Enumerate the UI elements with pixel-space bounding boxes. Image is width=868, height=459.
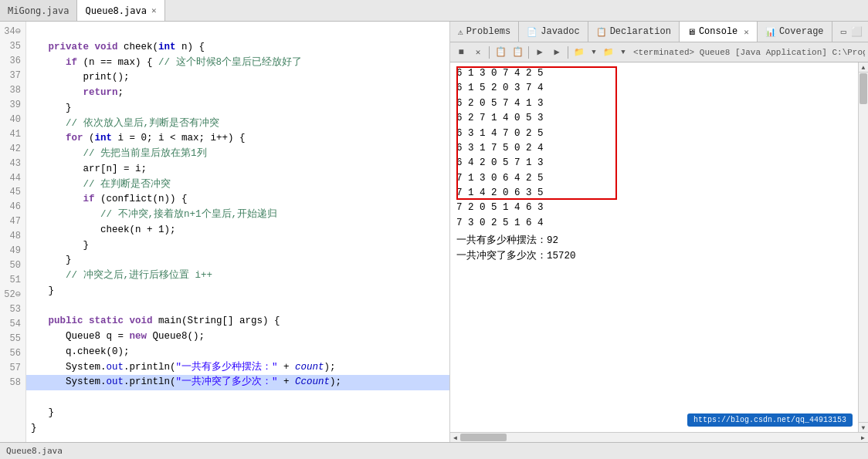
declaration-icon: 📋 [596,27,607,37]
tab-migong[interactable]: MiGong.java [0,0,77,21]
tab-queue8[interactable]: Queue8.java ✕ [77,0,164,21]
output-line-8: 7 1 3 0 6 4 2 5 [456,171,852,186]
console-icon: 🖥 [687,27,696,37]
code-line-39: // 依次放入皇后,判断是否有冲突 [31,118,219,129]
tab-queue8-close[interactable]: ✕ [151,5,157,15]
csdn-watermark: https://blog.csdn.net/qq_44913153 [687,413,853,427]
code-line-44: if (conflict(n)) { [31,194,188,204]
toolbar-sep-3 [568,46,568,59]
code-line-50: } [31,285,54,296]
h-scrollbar-track [460,433,858,442]
console-close[interactable]: ✕ [744,27,749,37]
maximize-icon[interactable]: ⬜ [849,26,865,38]
console-row: 6 1 3 0 7 4 2 5 6 1 5 2 0 3 7 4 6 2 0 5 … [450,62,868,432]
code-line-42: arr[n] = i; [31,164,147,174]
minimize-icon[interactable]: ▭ [839,26,849,38]
status-text: Queue8.java [6,446,63,456]
scrollbar-up-arrow[interactable]: ▲ [859,62,868,73]
code-line-49: // 冲突之后,进行后移位置 i++ [31,270,212,281]
code-panel: 34⊖ 35 36 37 38 39 40 41 42 43 44 45 46 … [0,22,450,442]
coverage-icon: 📊 [765,27,776,37]
main-area: 34⊖ 35 36 37 38 39 40 41 42 43 44 45 46 … [0,22,868,442]
tab-console[interactable]: 🖥 Console ✕ [680,22,758,42]
line-numbers: 34⊖ 35 36 37 38 39 40 41 42 43 44 45 46 … [0,22,26,442]
declaration-label: Declaration [610,26,671,37]
toolbar-sep-2 [528,46,529,59]
output-line-10: 7 2 0 5 1 4 6 3 [456,201,852,215]
copy-btn[interactable]: 📋 [493,45,508,60]
code-line-47: } [31,240,89,251]
right-tabs-actions: ▭ ⬜ [839,26,868,38]
status-bar: Queue8.java [0,442,868,459]
open-dropdown[interactable]: ▼ [588,45,599,60]
problems-icon: ⚠ [458,27,463,37]
code-line-46: cheek(n + 1); [31,224,176,235]
right-panel-tabs: ⚠ Problems 📄 Javadoc 📋 Declaration 🖥 Con… [450,22,868,42]
run-btn[interactable]: ▶ [532,45,548,60]
console-output[interactable]: 6 1 3 0 7 4 2 5 6 1 5 2 0 3 7 4 6 2 0 5 … [450,62,858,432]
code-line-40: for (int i = 0; i < max; i++) { [31,133,246,143]
tab-problems[interactable]: ⚠ Problems [450,22,519,42]
terminated-label-wrap: <terminated> Queue8 [Java Application] C… [633,48,865,57]
code-line-34: private void cheek(int n) { [31,42,205,52]
console-scrollbar-v[interactable]: ▲ ▼ [858,62,868,432]
output-line-3: 6 2 0 5 7 4 1 3 [456,96,852,111]
tab-coverage[interactable]: 📊 Coverage [758,22,832,42]
scrollbar-down-arrow[interactable]: ▼ [859,422,868,432]
console-toolbar: ■ ✕ 📋 📋 ▶ ▶ 📁 ▼ 📁 ▼ <terminated> Queue8 … [450,42,868,62]
code-line-52: public static void main(String[] args) { [31,316,280,326]
code-line-37: return; [31,87,124,98]
scrollbar-thumb[interactable] [860,73,867,104]
output-line-1: 6 1 3 0 7 4 2 5 [456,66,852,81]
h-scrollbar-thumb[interactable] [460,434,507,441]
output-line-11: 7 3 0 2 5 1 6 4 [456,216,852,231]
output-line-9: 7 1 4 2 0 6 3 5 [456,186,852,201]
scrollbar-right-arrow[interactable]: ▶ [858,433,868,442]
code-line-55: System.out.println("一共有多少种摆法：" + count); [31,362,336,373]
output-lines: 6 1 3 0 7 4 2 5 6 1 5 2 0 3 7 4 6 2 0 5 … [456,66,852,264]
save-dropdown[interactable]: ▼ [618,45,629,60]
code-line-45: // 不冲突,接着放n+1个皇后,开始递归 [31,209,277,220]
problems-label: Problems [466,26,511,37]
tab-bar: MiGong.java Queue8.java ✕ [0,0,868,22]
scrollbar-left-arrow[interactable]: ◀ [450,433,460,442]
output-line-5: 6 3 1 4 7 0 2 5 [456,127,852,141]
code-line-36: print(); [31,72,130,83]
code-line-43: // 在判断是否冲突 [31,179,171,190]
summary-line-1: 一共有多少种摆法：92 [456,234,852,248]
close-btn[interactable]: ✕ [470,45,486,60]
code-line-51 [31,301,37,312]
editor-container: MiGong.java Queue8.java ✕ 34⊖ 35 36 37 3… [0,0,868,459]
output-line-2: 6 1 5 2 0 3 7 4 [456,81,852,96]
save-btn[interactable]: 📁 [601,45,616,60]
console-scrollbar-h[interactable]: ◀ ▶ [450,432,868,442]
scrollbar-track [859,73,868,422]
code-line-58: } [31,423,37,434]
code-line-41: // 先把当前皇后放在第1列 [31,148,207,159]
code-line-48: } [31,255,72,265]
tab-javadoc[interactable]: 📄 Javadoc [519,22,588,42]
tab-migong-label: MiGong.java [8,5,69,16]
javadoc-label: Javadoc [541,26,579,37]
code-line-38: } [31,103,72,113]
tab-declaration[interactable]: 📋 Declaration [588,22,680,42]
output-line-6: 6 3 1 7 5 0 2 4 [456,141,852,156]
open-btn[interactable]: 📁 [571,45,587,60]
code-content: private void cheek(int n) { if (n == max… [26,22,449,442]
tab-queue8-label: Queue8.java [85,5,146,16]
output-line-4: 6 2 7 1 4 0 5 3 [456,111,852,126]
code-line-53: Queue8 q = new Queue8(); [31,331,205,342]
stop-btn[interactable]: ■ [453,45,469,60]
code-area: 34⊖ 35 36 37 38 39 40 41 42 43 44 45 46 … [0,22,449,442]
run2-btn[interactable]: ▶ [549,45,565,60]
code-line-35: if (n == max) { // 这个时候8个皇后已经放好了 [31,57,302,68]
summary-line-2: 一共冲突了多少次：15720 [456,249,852,264]
console-label: Console [699,26,737,37]
javadoc-icon: 📄 [527,27,537,37]
output-line-7: 6 4 2 0 5 7 1 3 [456,156,852,170]
code-line-57: } [31,407,54,418]
paste-btn[interactable]: 📋 [510,45,525,60]
terminated-text: <terminated> Queue8 [Java Application] C… [633,48,865,57]
coverage-label: Coverage [779,26,824,37]
toolbar-sep-1 [489,46,490,59]
